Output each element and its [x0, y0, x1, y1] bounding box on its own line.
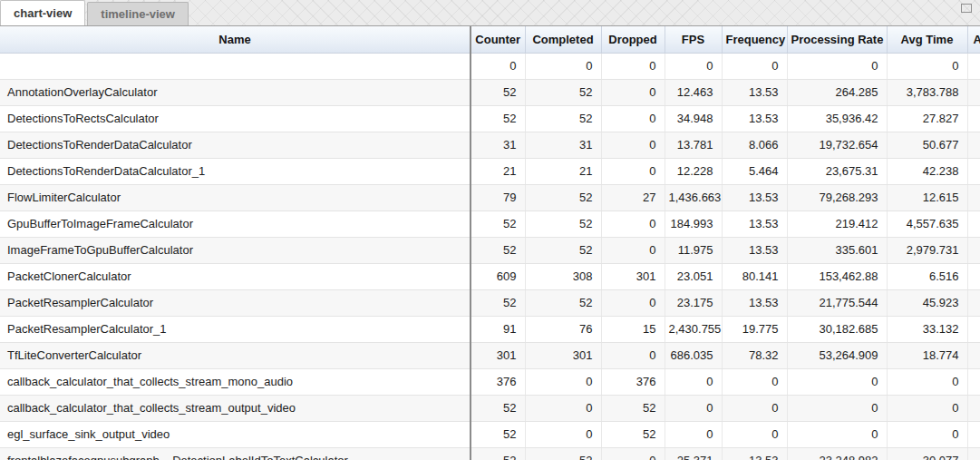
cell-fps: 184.993 — [665, 210, 722, 237]
cell-clipped — [967, 447, 980, 460]
cell-name: callback_calculator_that_collects_stream… — [0, 368, 471, 395]
table-row[interactable]: callback_calculator_that_collects_stream… — [0, 368, 980, 395]
cell-frequency: 0 — [722, 368, 787, 395]
table-row[interactable]: TfLiteConverterCalculator3013010686.0357… — [0, 342, 980, 368]
cell-clipped — [967, 289, 980, 316]
cell-dropped: 0 — [601, 447, 665, 460]
cell-clipped — [967, 421, 980, 447]
stats-table: NameCounterCompletedDroppedFPSFrequencyP… — [0, 26, 980, 460]
table-row[interactable]: AnnotationOverlayCalculator5252012.46313… — [0, 79, 980, 105]
cell-processing-rate: 30,182.685 — [787, 316, 887, 342]
cell-dropped: 0 — [601, 342, 665, 368]
cell-counter: 609 — [471, 263, 525, 289]
cell-completed: 0 — [525, 395, 601, 421]
cell-name: PacketClonerCalculator — [0, 263, 471, 289]
column-header-frequency[interactable]: Frequency — [722, 26, 787, 53]
cell-counter: 52 — [471, 289, 525, 316]
table-row[interactable]: PacketClonerCalculator60930830123.05180.… — [0, 263, 980, 289]
table-row[interactable]: frontalblazefacegpusubgraph__DetectionLa… — [0, 447, 980, 460]
cell-name: DetectionsToRenderDataCalculator_1 — [0, 158, 471, 184]
stats-table-container: NameCounterCompletedDroppedFPSFrequencyP… — [0, 26, 980, 460]
cell-completed: 52 — [525, 105, 601, 132]
cell-clipped — [967, 395, 980, 421]
cell-processing-rate: 153,462.88 — [787, 263, 887, 289]
table-row[interactable]: FlowLimiterCalculator7952271,436.66313.5… — [0, 184, 980, 210]
cell-completed: 52 — [525, 289, 601, 316]
cell-frequency: 13.53 — [722, 289, 787, 316]
cell-clipped — [967, 79, 980, 105]
cell-frequency: 80.141 — [722, 263, 787, 289]
cell-completed: 308 — [525, 263, 601, 289]
table-row[interactable]: DetectionsToRectsCalculator5252034.94813… — [0, 105, 980, 132]
cell-frequency: 0 — [722, 395, 787, 421]
cell-fps: 0 — [665, 368, 722, 395]
table-row[interactable]: ImageFrameToGpuBufferCalculator5252011.9… — [0, 237, 980, 263]
cell-fps: 0 — [665, 421, 722, 447]
cell-clipped — [967, 210, 980, 237]
column-header-dropped[interactable]: Dropped — [601, 26, 665, 53]
cell-processing-rate: 0 — [787, 53, 887, 79]
cell-processing-rate: 35,936.42 — [787, 105, 887, 132]
cell-avg-time: 2,979.731 — [887, 237, 967, 263]
table-row[interactable]: GpuBufferToImageFrameCalculator52520184.… — [0, 210, 980, 237]
cell-fps: 23.051 — [665, 263, 722, 289]
column-header-name[interactable]: Name — [0, 26, 471, 53]
cell-name: TfLiteConverterCalculator — [0, 342, 471, 368]
cell-counter: 52 — [471, 210, 525, 237]
cell-name: callback_calculator_that_collects_stream… — [0, 395, 471, 421]
column-header-completed[interactable]: Completed — [525, 26, 601, 53]
cell-avg-time: 30.077 — [887, 447, 967, 460]
cell-counter: 31 — [471, 132, 525, 158]
cell-processing-rate: 19,732.654 — [787, 132, 887, 158]
cell-completed: 52 — [525, 210, 601, 237]
table-row[interactable]: PacketResamplerCalculator5252023.17513.5… — [0, 289, 980, 316]
cell-fps: 25.371 — [665, 447, 722, 460]
cell-counter: 301 — [471, 342, 525, 368]
table-header-row: NameCounterCompletedDroppedFPSFrequencyP… — [0, 26, 980, 53]
cell-avg-time: 3,783.788 — [887, 79, 967, 105]
cell-frequency: 13.53 — [722, 184, 787, 210]
table-row[interactable]: DetectionsToRenderDataCalculator3131013.… — [0, 132, 980, 158]
table-row[interactable]: 0000000 — [0, 53, 980, 79]
cell-avg-time: 0 — [887, 368, 967, 395]
column-header-avg-time[interactable]: Avg Time — [887, 26, 967, 53]
cell-frequency: 8.066 — [722, 132, 787, 158]
column-header-fps[interactable]: FPS — [665, 26, 722, 53]
cell-fps: 0 — [665, 53, 722, 79]
cell-counter: 0 — [471, 53, 525, 79]
cell-processing-rate: 23,248.982 — [787, 447, 887, 460]
table-row[interactable]: callback_calculator_that_collects_stream… — [0, 395, 980, 421]
cell-fps: 13.781 — [665, 132, 722, 158]
cell-frequency: 0 — [722, 53, 787, 79]
cell-dropped: 0 — [601, 79, 665, 105]
cell-name: FlowLimiterCalculator — [0, 184, 471, 210]
column-header-processing-rate[interactable]: Processing Rate — [787, 26, 887, 53]
column-header-a[interactable]: A — [967, 26, 980, 53]
tab-chart-view[interactable]: chart-view — [0, 0, 85, 25]
cell-name: egl_surface_sink_output_video — [0, 421, 471, 447]
table-row[interactable]: PacketResamplerCalculator_19176152,430.7… — [0, 316, 980, 342]
cell-counter: 91 — [471, 316, 525, 342]
cell-processing-rate: 0 — [787, 421, 887, 447]
cell-processing-rate: 264.285 — [787, 79, 887, 105]
cell-dropped: 0 — [601, 289, 665, 316]
cell-clipped — [967, 316, 980, 342]
cell-clipped — [967, 158, 980, 184]
cell-dropped: 52 — [601, 395, 665, 421]
table-row[interactable]: egl_surface_sink_output_video520520000 — [0, 421, 980, 447]
maximize-icon[interactable] — [961, 4, 972, 13]
cell-completed: 52 — [525, 184, 601, 210]
cell-clipped — [967, 342, 980, 368]
table-row[interactable]: DetectionsToRenderDataCalculator_1212101… — [0, 158, 980, 184]
cell-fps: 11.975 — [665, 237, 722, 263]
tab-timeline-view[interactable]: timeline-view — [87, 2, 189, 25]
cell-frequency: 13.53 — [722, 210, 787, 237]
cell-completed: 0 — [525, 421, 601, 447]
cell-processing-rate: 21,775.544 — [787, 289, 887, 316]
cell-dropped: 376 — [601, 368, 665, 395]
cell-clipped — [967, 184, 980, 210]
cell-name: DetectionsToRenderDataCalculator — [0, 132, 471, 158]
column-header-counter[interactable]: Counter — [471, 26, 525, 53]
cell-frequency: 13.53 — [722, 79, 787, 105]
cell-dropped: 27 — [601, 184, 665, 210]
